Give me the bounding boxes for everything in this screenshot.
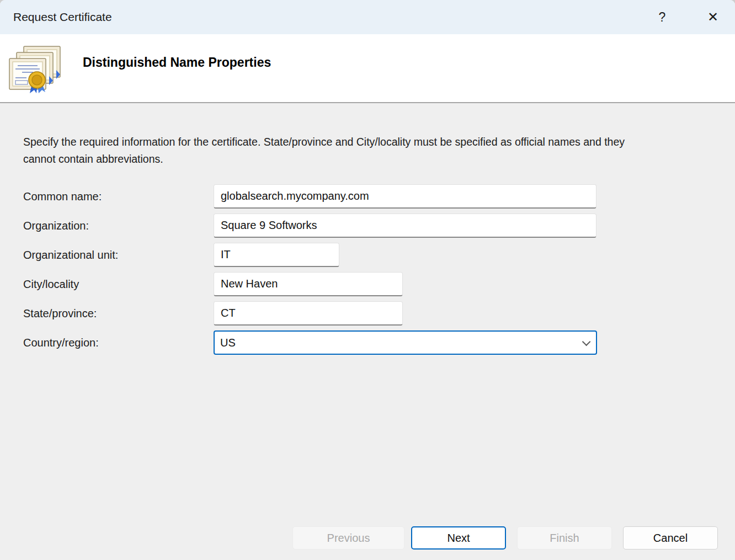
wizard-header: Distinguished Name Properties [0, 34, 735, 102]
form-row-country-region: Country/region: US [23, 330, 597, 355]
form-row-state-province: State/province: [23, 301, 597, 326]
organization-input[interactable] [214, 214, 596, 238]
close-button[interactable]: ✕ [700, 0, 726, 34]
chevron-down-icon [582, 337, 591, 346]
request-certificate-dialog: Request Certificate ? ✕ [0, 0, 735, 560]
form-row-organizational-unit: Organizational unit: [23, 243, 597, 267]
state-province-input[interactable] [214, 301, 403, 326]
next-button[interactable]: Next [411, 526, 506, 550]
country-region-dropdown[interactable]: US [214, 330, 597, 355]
certificate-form: Common name: Organization: Organizationa… [23, 184, 597, 360]
window-title: Request Certificate [13, 10, 112, 24]
organizational-unit-input[interactable] [214, 243, 339, 267]
close-icon: ✕ [707, 9, 718, 25]
instructions-text: Specify the required information for the… [23, 134, 641, 168]
header-divider [0, 102, 735, 103]
finish-button[interactable]: Finish [517, 526, 612, 550]
organizational-unit-label: Organizational unit: [23, 249, 214, 262]
previous-button[interactable]: Previous [292, 526, 404, 550]
form-row-common-name: Common name: [23, 184, 597, 209]
certificates-icon [8, 46, 62, 94]
common-name-input[interactable] [214, 184, 596, 209]
state-province-label: State/province: [23, 307, 214, 320]
country-region-value: US [220, 337, 236, 349]
help-icon: ? [659, 10, 666, 25]
organization-label: Organization: [23, 220, 214, 232]
form-row-city-locality: City/locality [23, 272, 597, 296]
cancel-button[interactable]: Cancel [623, 526, 718, 550]
country-region-label: Country/region: [23, 337, 214, 349]
help-button[interactable]: ? [649, 0, 675, 34]
titlebar: Request Certificate ? ✕ [0, 0, 735, 34]
common-name-label: Common name: [23, 190, 214, 203]
city-locality-input[interactable] [214, 272, 403, 296]
page-title: Distinguished Name Properties [83, 55, 271, 70]
form-row-organization: Organization: [23, 214, 597, 238]
city-locality-label: City/locality [23, 278, 214, 291]
